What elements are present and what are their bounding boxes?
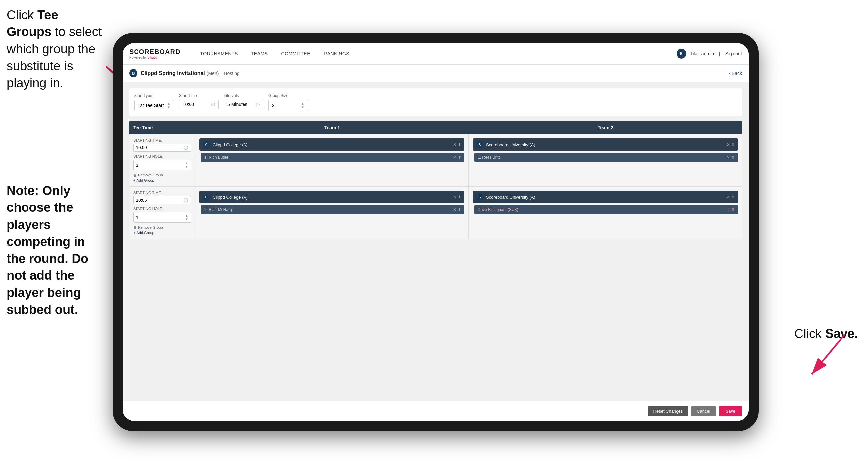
nav-tournaments[interactable]: TOURNAMENTS [193, 43, 244, 65]
group1-time-input[interactable]: 10:00 🕐 [133, 144, 191, 152]
group1-team1: C Clippd College (A) ✕ ⬆ 1. Rich Butler … [195, 134, 469, 186]
logo-clippd: clippd [148, 56, 157, 59]
bottom-bar: Reset Changes Cancel Save [123, 401, 749, 421]
nav-rankings[interactable]: RANKINGS [317, 43, 356, 65]
group2-hole-input[interactable]: 1 ▲▼ [133, 212, 191, 223]
group1-starting-time-label: STARTING TIME: [133, 138, 191, 142]
group2-starting-time-label: STARTING TIME: [133, 191, 191, 195]
group1-team2: S Scoreboard University (A) ✕ ⬆ 1. Rees … [469, 134, 742, 186]
group2-team1-expand[interactable]: ⬆ [458, 195, 461, 199]
group1-team2-card[interactable]: S Scoreboard University (A) ✕ ⬆ [473, 138, 738, 151]
group1-hole-label: STARTING HOLE: [133, 154, 191, 158]
nav-items: TOURNAMENTS TEAMS COMMITTEE RANKINGS [193, 43, 676, 65]
settings-row: Start Type 1st Tee Start ▲▼ Start Time 1… [129, 88, 742, 116]
group2-player1-expand[interactable]: ⬆ [458, 207, 461, 212]
nav-right: B blair admin | Sign out [677, 49, 742, 59]
reset-button[interactable]: Reset Changes [648, 406, 688, 416]
tablet: SCOREBOARD Powered by clippd TOURNAMENTS… [113, 33, 759, 431]
intervals-label: Intervals [224, 93, 264, 98]
main-content: Start Type 1st Tee Start ▲▼ Start Time 1… [123, 82, 749, 401]
group2-team2-icon: S [476, 193, 483, 201]
tournament-name: Clippd Spring Invitational [141, 70, 205, 76]
start-type-input[interactable]: 1st Tee Start ▲▼ [134, 100, 174, 111]
group1-team2-player[interactable]: 1. Rees Britt ✕ ⬆ [474, 153, 738, 162]
hosting-badge: Hosting [224, 70, 239, 76]
tee-groups-table: Tee Time Team 1 Team 2 STARTING TIME: 10… [129, 121, 742, 239]
group1-remove-button[interactable]: 🗑 Remove Group [133, 173, 191, 177]
group2-team1-name: Clippd College (A) [213, 195, 453, 200]
group2-left: STARTING TIME: 10:05 🕐 STARTING HOLE: 1 … [129, 186, 195, 239]
group1-team1-expand[interactable]: ⬆ [458, 142, 461, 147]
sub-header: B Clippd Spring Invitational (Men) Hosti… [123, 65, 749, 82]
cancel-button[interactable]: Cancel [691, 406, 715, 416]
group2-team2: S Scoreboard University (A) ✕ ⬆ Dave Bil… [469, 186, 742, 239]
group1-player2-expand[interactable]: ⬆ [732, 155, 735, 160]
group2-team2-player-sub[interactable]: Dave Billingham (SUB) ✕ ⬆ [474, 205, 738, 214]
group2-player2-close[interactable]: ✕ [727, 207, 731, 212]
group-row-2: STARTING TIME: 10:05 🕐 STARTING HOLE: 1 … [129, 186, 742, 239]
start-time-input[interactable]: 10:00 🕐 [179, 100, 219, 109]
group2-player2-expand[interactable]: ⬆ [732, 207, 735, 212]
group1-team1-player[interactable]: 1. Rich Butler ✕ ⬆ [201, 153, 464, 162]
group2-add-button[interactable]: + Add Group [133, 231, 191, 235]
breadcrumb-icon: B [129, 69, 137, 77]
setting-start-type: Start Type 1st Tee Start ▲▼ [134, 93, 174, 111]
logo-powered: Powered by clippd [129, 56, 180, 59]
group2-time-input[interactable]: 10:05 🕐 [133, 196, 191, 204]
intervals-input[interactable]: 5 Minutes 🕐 [224, 100, 264, 109]
group1-team2-icon: S [476, 141, 483, 148]
navbar: SCOREBOARD Powered by clippd TOURNAMENTS… [123, 43, 749, 65]
group1-player1-close[interactable]: ✕ [453, 155, 456, 160]
group1-left: STARTING TIME: 10:00 🕐 STARTING HOLE: 1 … [129, 134, 195, 186]
user-avatar: B [677, 49, 686, 59]
group1-add-button[interactable]: + Add Group [133, 178, 191, 182]
group1-team2-expand[interactable]: ⬆ [732, 142, 735, 147]
logo-area: SCOREBOARD Powered by clippd [129, 48, 180, 59]
click-save-instruction: Click Save. [795, 327, 858, 341]
instruction-bottom: Note: Only choose the players competing … [0, 176, 109, 325]
group2-team2-card[interactable]: S Scoreboard University (A) ✕ ⬆ [473, 191, 738, 203]
start-time-label: Start Time [179, 93, 219, 98]
col-tee-time: Tee Time [129, 121, 195, 134]
group1-team1-name: Clippd College (A) [213, 142, 453, 147]
nav-committee[interactable]: COMMITTEE [275, 43, 317, 65]
logo-scoreboard: SCOREBOARD [129, 48, 180, 56]
group1-team1-close[interactable]: ✕ [453, 142, 456, 147]
group2-team2-name: Scoreboard University (A) [486, 195, 726, 200]
nav-separator: | [719, 51, 720, 56]
setting-intervals: Intervals 5 Minutes 🕐 [224, 93, 264, 111]
group1-hole-input[interactable]: 1 ▲▼ [133, 160, 191, 170]
group1-player2-close[interactable]: ✕ [726, 155, 730, 160]
group2-team1-icon: C [203, 193, 210, 201]
group1-team1-card[interactable]: C Clippd College (A) ✕ ⬆ [199, 138, 464, 151]
group2-remove-button[interactable]: 🗑 Remove Group [133, 225, 191, 229]
group2-player1-close[interactable]: ✕ [453, 207, 456, 212]
group1-team2-name: Scoreboard University (A) [486, 142, 726, 147]
group1-team1-icon: C [203, 141, 210, 148]
group-row-1: STARTING TIME: 10:00 🕐 STARTING HOLE: 1 … [129, 134, 742, 186]
nav-teams[interactable]: TEAMS [245, 43, 275, 65]
save-button[interactable]: Save [719, 406, 742, 416]
group2-team1: C Clippd College (A) ✕ ⬆ 2. Blair McHarg… [195, 186, 469, 239]
col-team1: Team 1 [195, 121, 469, 134]
setting-start-time: Start Time 10:00 🕐 [179, 93, 219, 111]
group2-team1-card[interactable]: C Clippd College (A) ✕ ⬆ [199, 191, 464, 203]
group2-team2-close[interactable]: ✕ [726, 195, 730, 199]
setting-group-size: Group Size 2 ▲▼ [268, 93, 308, 111]
group1-team2-close[interactable]: ✕ [726, 142, 730, 147]
user-name: blair admin [691, 51, 714, 56]
start-type-label: Start Type [134, 93, 174, 98]
group-size-input[interactable]: 2 ▲▼ [268, 100, 308, 111]
tournament-type: (Men) [207, 70, 219, 76]
instruction-top: Click Tee Groups to select which group t… [0, 0, 109, 98]
col-team2: Team 2 [469, 121, 742, 134]
sign-out-link[interactable]: Sign out [725, 51, 742, 56]
table-header: Tee Time Team 1 Team 2 [129, 121, 742, 134]
group2-team2-expand[interactable]: ⬆ [732, 195, 735, 199]
group2-team1-player[interactable]: 2. Blair McHarg ✕ ⬆ [201, 205, 464, 214]
tablet-screen: SCOREBOARD Powered by clippd TOURNAMENTS… [123, 43, 749, 421]
back-link[interactable]: ‹ Back [729, 70, 742, 76]
group2-hole-label: STARTING HOLE: [133, 207, 191, 211]
group1-player1-expand[interactable]: ⬆ [458, 155, 461, 160]
group2-team1-close[interactable]: ✕ [453, 195, 456, 199]
